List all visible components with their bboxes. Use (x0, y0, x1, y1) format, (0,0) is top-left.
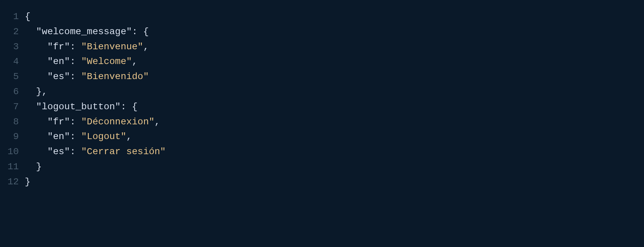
line-content: { (25, 9, 644, 24)
line-content: "logout_button": { (25, 100, 644, 115)
code-token: : { (121, 102, 138, 112)
line-content: "fr": "Déconnexion", (25, 115, 644, 130)
line-number: 11 (0, 160, 25, 175)
line-number: 3 (0, 40, 25, 55)
code-token: "es" (47, 146, 70, 157)
code-token: "Bienvenue" (81, 42, 143, 52)
code-token: "fr" (47, 117, 70, 127)
line-number: 7 (0, 100, 25, 115)
code-token: : (70, 56, 81, 67)
code-line: 6 }, (0, 84, 644, 100)
line-number: 6 (0, 84, 25, 100)
code-token: , (132, 56, 138, 67)
line-number: 9 (0, 129, 25, 144)
code-token: "en" (47, 131, 70, 142)
code-line: 3 "fr": "Bienvenue", (0, 40, 644, 55)
code-line: 10 "es": "Cerrar sesión" (0, 144, 644, 160)
code-block: 1{2 "welcome_message": {3 "fr": "Bienven… (0, 0, 644, 247)
code-line: 8 "fr": "Déconnexion", (0, 115, 644, 130)
code-token: , (154, 117, 160, 127)
line-content: "es": "Cerrar sesión" (25, 144, 644, 160)
code-token: : (70, 71, 81, 82)
code-token: : (70, 42, 81, 52)
code-line: 7 "logout_button": { (0, 100, 644, 115)
line-number: 8 (0, 115, 25, 130)
code-token (25, 146, 47, 157)
line-content: } (25, 175, 644, 190)
code-token: } (25, 177, 31, 187)
code-token (25, 162, 36, 172)
code-token: "es" (47, 71, 70, 82)
code-line: 4 "en": "Welcome", (0, 54, 644, 69)
code-line: 5 "es": "Bienvenido" (0, 69, 644, 84)
line-content: "en": "Welcome", (25, 54, 644, 69)
code-token (25, 86, 36, 97)
code-token: : (70, 131, 81, 142)
line-number: 10 (0, 144, 25, 160)
code-line: 12} (0, 175, 644, 190)
code-token: "logout_button" (36, 102, 121, 112)
code-token: } (36, 162, 42, 172)
code-token: }, (36, 86, 48, 97)
code-token (25, 131, 47, 142)
line-content: }, (25, 84, 644, 100)
code-token (25, 117, 47, 127)
line-number: 1 (0, 9, 25, 24)
code-token: , (126, 131, 132, 142)
line-content: "en": "Logout", (25, 129, 644, 144)
code-token: : (70, 117, 81, 127)
code-token (25, 71, 47, 82)
code-token: , (143, 42, 149, 52)
code-token: "Bienvenido" (81, 71, 149, 82)
code-line: 1{ (0, 9, 644, 24)
code-token: "Cerrar sesión" (81, 146, 166, 157)
line-content: "fr": "Bienvenue", (25, 40, 644, 55)
line-number: 4 (0, 54, 25, 69)
code-token: { (25, 11, 31, 22)
code-token: "fr" (47, 42, 70, 52)
code-token: : (70, 146, 81, 157)
code-token: "Logout" (81, 131, 126, 142)
code-token (25, 56, 47, 67)
code-token (25, 102, 36, 112)
line-content: } (25, 160, 644, 175)
code-token (25, 42, 47, 52)
code-token (25, 26, 36, 37)
code-token: "Welcome" (81, 56, 132, 67)
line-content: "welcome_message": { (25, 24, 644, 40)
line-number: 2 (0, 24, 25, 40)
line-content: "es": "Bienvenido" (25, 69, 644, 84)
line-number: 12 (0, 175, 25, 190)
code-line: 11 } (0, 160, 644, 175)
code-token: "welcome_message" (36, 26, 132, 37)
code-token: : { (132, 26, 149, 37)
line-number: 5 (0, 69, 25, 84)
code-line: 2 "welcome_message": { (0, 24, 644, 40)
code-token: "Déconnexion" (81, 117, 154, 127)
code-token: "en" (47, 56, 70, 67)
code-line: 9 "en": "Logout", (0, 129, 644, 144)
